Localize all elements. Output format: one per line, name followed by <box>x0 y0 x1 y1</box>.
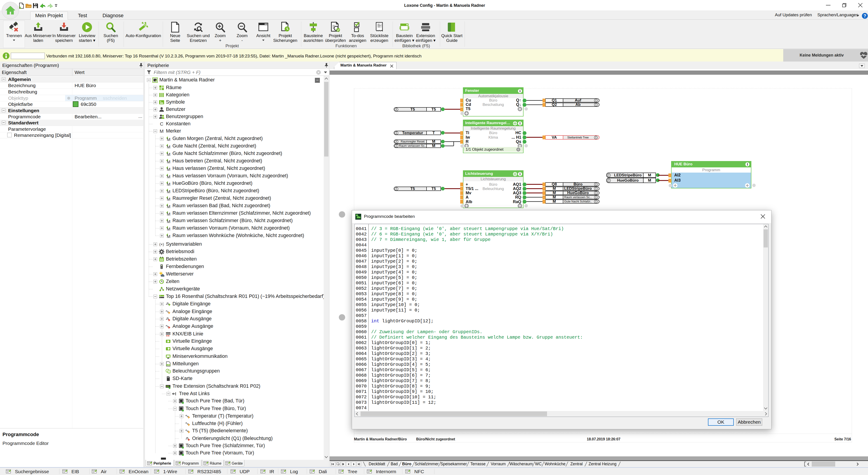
svg-text:C: C <box>160 121 163 126</box>
svg-text:M: M <box>167 159 170 164</box>
svg-text:TREE: TREE <box>166 386 169 387</box>
svg-text:(×): (×) <box>159 242 164 246</box>
svg-text:M: M <box>167 182 170 186</box>
svg-text:M: M <box>167 204 170 209</box>
svg-text:M: M <box>167 174 170 179</box>
svg-text:M: M <box>167 219 170 224</box>
svg-text:?: ? <box>864 13 866 18</box>
svg-text:M: M <box>167 212 170 216</box>
svg-text:M: M <box>167 197 170 201</box>
svg-text:LOG: LOG <box>166 364 170 366</box>
svg-text:M: M <box>167 189 170 194</box>
svg-text:M: M <box>167 145 170 149</box>
svg-text:M: M <box>167 137 170 141</box>
svg-text:M: M <box>167 227 170 231</box>
svg-text:M: M <box>167 167 170 171</box>
svg-text:M: M <box>167 234 170 238</box>
svg-text:H: H <box>168 371 170 373</box>
svg-text:M: M <box>160 128 164 134</box>
svg-text:M: M <box>167 152 170 156</box>
